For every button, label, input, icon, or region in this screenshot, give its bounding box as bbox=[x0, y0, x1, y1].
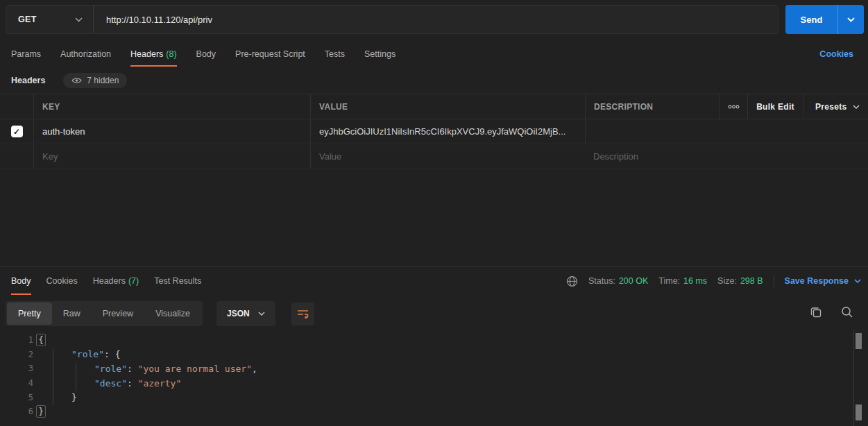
status-label: Status: bbox=[588, 276, 615, 286]
fold-toggle-icon[interactable]: } bbox=[36, 405, 46, 418]
view-mode-pretty[interactable]: Pretty bbox=[7, 303, 52, 325]
indent-guide bbox=[76, 363, 76, 391]
method-selector[interactable]: GET bbox=[6, 6, 94, 33]
format-label: JSON bbox=[227, 309, 250, 318]
save-response-label: Save Response bbox=[785, 276, 849, 286]
hidden-headers-toggle[interactable]: 7 hidden bbox=[63, 73, 127, 88]
new-description-input[interactable]: Description bbox=[585, 144, 719, 169]
chevron-down-icon bbox=[258, 312, 265, 316]
headers-table: KEY VALUE DESCRIPTION Bulk Edit Presets … bbox=[0, 94, 868, 169]
url-input[interactable]: http://10.10.11.120/api/priv bbox=[94, 15, 212, 25]
code-token: "you are normal user" bbox=[138, 364, 252, 374]
send-button-label[interactable]: Send bbox=[785, 5, 837, 34]
column-value: VALUE bbox=[310, 94, 585, 119]
line-number: 3 bbox=[0, 364, 33, 373]
new-key-input[interactable]: Key bbox=[33, 144, 310, 169]
check-icon: ✓ bbox=[13, 127, 20, 137]
code-token: } bbox=[71, 392, 77, 402]
code-token: "azerty" bbox=[138, 378, 182, 389]
request-url-bar: GET http://10.10.11.120/api/priv bbox=[6, 5, 778, 34]
meta-divider bbox=[774, 275, 774, 287]
line-number: 4 bbox=[0, 378, 33, 388]
line-number: 6 bbox=[0, 407, 33, 416]
response-tab-body[interactable]: Body bbox=[11, 267, 31, 295]
chevron-down-icon bbox=[854, 279, 861, 283]
request-tabs: Params Authorization Headers (8) Body Pr… bbox=[0, 42, 868, 67]
view-mode-visualize[interactable]: Visualize bbox=[144, 303, 201, 325]
send-options-button[interactable] bbox=[837, 5, 864, 34]
column-key: KEY bbox=[33, 94, 310, 119]
line-number: 2 bbox=[0, 350, 33, 359]
globe-icon[interactable] bbox=[566, 275, 578, 287]
cookies-link[interactable]: Cookies bbox=[819, 42, 853, 67]
tab-tests[interactable]: Tests bbox=[325, 42, 345, 67]
tab-params[interactable]: Params bbox=[11, 42, 41, 67]
response-actions bbox=[810, 306, 853, 318]
column-description: DESCRIPTION bbox=[585, 94, 719, 119]
method-label: GET bbox=[18, 15, 37, 24]
tab-authorization[interactable]: Authorization bbox=[60, 42, 111, 67]
chevron-down-icon bbox=[847, 17, 855, 22]
view-mode-preview[interactable]: Preview bbox=[92, 303, 144, 325]
code-token: : bbox=[104, 349, 115, 359]
new-value-input[interactable]: Value bbox=[310, 144, 585, 169]
code-token: : bbox=[127, 378, 138, 389]
save-response-button[interactable]: Save Response bbox=[785, 276, 861, 286]
tab-headers-label: Headers bbox=[130, 49, 163, 59]
code-line: 4"desc": "azerty" bbox=[0, 376, 868, 391]
row-checkbox[interactable]: ✓ bbox=[11, 126, 23, 137]
status-value: 200 OK bbox=[619, 276, 648, 286]
copy-icon[interactable] bbox=[810, 306, 822, 318]
indent-guide bbox=[53, 348, 53, 405]
tab-headers[interactable]: Headers (8) bbox=[130, 42, 177, 67]
response-tab-test-results[interactable]: Test Results bbox=[154, 267, 201, 295]
fold-toggle-icon[interactable]: { bbox=[36, 334, 46, 346]
header-value-field[interactable]: eyJhbGciOiJIUzI1NiIsInR5cCI6IkpXVCJ9.eyJ… bbox=[310, 119, 585, 144]
header-description-field[interactable] bbox=[585, 119, 719, 144]
code-token: "desc" bbox=[94, 378, 127, 389]
search-icon[interactable] bbox=[841, 306, 853, 318]
presets-dropdown[interactable]: Presets bbox=[803, 94, 868, 119]
chevron-down-icon bbox=[853, 105, 860, 109]
tab-pre-request-script[interactable]: Pre-request Script bbox=[235, 42, 305, 67]
time-value: 16 ms bbox=[683, 276, 707, 286]
code-line: 3"role": "you are normal user", bbox=[0, 361, 868, 376]
response-tab-headers-count: (7) bbox=[128, 276, 139, 286]
scrollbar-mark[interactable] bbox=[856, 404, 862, 420]
size-indicator: Size: 298 B bbox=[717, 276, 763, 286]
header-row-auth-token: ✓ auth-token eyJhbGciOiJIUzI1NiIsInR5cCI… bbox=[0, 119, 868, 144]
response-tab-headers[interactable]: Headers (7) bbox=[93, 267, 139, 295]
row-checkbox-cell-empty bbox=[0, 144, 33, 169]
response-view-toolbar: Pretty Raw Preview Visualize JSON bbox=[6, 301, 314, 326]
response-tab-cookies[interactable]: Cookies bbox=[46, 267, 78, 295]
code-token: "role" bbox=[71, 349, 104, 359]
size-value: 298 B bbox=[740, 276, 763, 286]
wrap-text-icon bbox=[297, 309, 309, 319]
size-label: Size: bbox=[717, 276, 737, 286]
tab-settings[interactable]: Settings bbox=[364, 42, 395, 67]
row-trailing-space bbox=[719, 144, 868, 169]
header-key-field[interactable]: auth-token bbox=[33, 119, 310, 144]
scrollbar-track bbox=[853, 330, 854, 426]
response-body-viewer[interactable]: 1{2"role": {3"role": "you are normal use… bbox=[0, 330, 868, 426]
more-options-icon[interactable] bbox=[719, 94, 747, 119]
format-dropdown[interactable]: JSON bbox=[216, 301, 275, 326]
row-checkbox-cell: ✓ bbox=[0, 119, 33, 144]
wrap-text-button[interactable] bbox=[291, 303, 314, 325]
select-all-cell bbox=[0, 94, 33, 119]
send-button[interactable]: Send bbox=[785, 5, 864, 34]
line-number: 1 bbox=[0, 335, 33, 345]
fold-gutter: } bbox=[33, 405, 49, 418]
code-token: "role" bbox=[94, 364, 127, 374]
chevron-down-icon bbox=[75, 17, 83, 22]
status-indicator: Status: 200 OK bbox=[588, 276, 648, 286]
view-mode-switcher: Pretty Raw Preview Visualize bbox=[6, 301, 203, 326]
tab-body[interactable]: Body bbox=[196, 42, 216, 67]
scrollbar-thumb[interactable] bbox=[856, 333, 862, 349]
line-number: 5 bbox=[0, 393, 33, 402]
presets-label: Presets bbox=[815, 102, 846, 112]
code-line: 1{ bbox=[0, 333, 868, 348]
view-mode-raw[interactable]: Raw bbox=[52, 303, 92, 325]
fold-gutter: { bbox=[33, 334, 49, 346]
bulk-edit-button[interactable]: Bulk Edit bbox=[747, 94, 803, 119]
